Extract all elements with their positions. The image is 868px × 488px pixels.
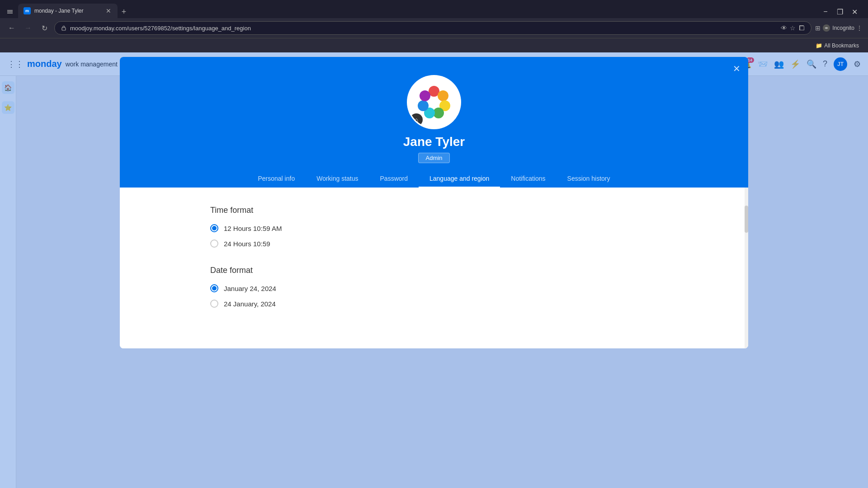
label-12h: 12 Hours 10:59 AM — [224, 225, 282, 232]
window-controls: − ❐ ✕ — [819, 5, 864, 18]
address-icons: 👁 ☆ ⧠ — [781, 24, 805, 32]
modal-tabs: Personal info Working status Password La… — [229, 170, 639, 188]
address-bar-row: ← → ↻ moodjoy.monday.com/users/52769852/… — [0, 18, 868, 38]
radio-inner-mdy — [212, 286, 217, 291]
tab-favicon: m — [24, 7, 31, 14]
folder-icon: 📁 — [816, 42, 822, 49]
back-button[interactable]: ← — [5, 22, 18, 34]
tab-working-status[interactable]: Working status — [306, 170, 369, 188]
tab-session-history[interactable]: Session history — [557, 170, 621, 188]
modal-overlay: ✕ — [0, 52, 868, 488]
time-format-24h[interactable]: 24 Hours 10:59 — [210, 239, 658, 248]
time-format-12h[interactable]: 12 Hours 10:59 AM — [210, 224, 658, 232]
radio-inner-12h — [212, 226, 217, 230]
tab-close-button[interactable]: ✕ — [105, 7, 112, 14]
home-badge: ⌂ — [410, 113, 423, 126]
bookmarks-bar: 📁 All Bookmarks — [0, 38, 868, 52]
modal-body: Time format 12 Hours 10:59 AM 24 Hours 1… — [120, 188, 748, 348]
tab-password[interactable]: Password — [369, 170, 419, 188]
refresh-button[interactable]: ↻ — [38, 22, 51, 34]
forward-button[interactable]: → — [22, 22, 34, 34]
active-tab[interactable]: m monday - Jane Tyler ✕ — [18, 4, 118, 18]
svg-point-8 — [418, 100, 429, 111]
user-name: Jane Tyler — [403, 135, 465, 149]
svg-point-4 — [438, 90, 448, 101]
svg-rect-0 — [62, 28, 66, 30]
page-content: ⋮⋮ monday work management → See plans 🔔1… — [0, 52, 868, 488]
home-icon: ⌂ — [415, 116, 418, 123]
eye-slash-icon: 👁 — [781, 24, 787, 32]
tab-notifications[interactable]: Notifications — [500, 170, 556, 188]
new-tab-button[interactable]: + — [118, 5, 130, 18]
close-window-button[interactable]: ✕ — [848, 5, 861, 18]
label-24h: 24 Hours 10:59 — [224, 240, 270, 248]
incognito-icon — [822, 24, 830, 32]
star-icon[interactable]: ☆ — [790, 24, 796, 32]
all-bookmarks[interactable]: 📁 All Bookmarks — [812, 41, 863, 51]
radio-mdy[interactable] — [210, 284, 218, 292]
radio-dmy[interactable] — [210, 300, 218, 308]
bookmarks-label: All Bookmarks — [824, 42, 859, 49]
profile-icon[interactable]: ⧠ — [798, 24, 805, 32]
modal-header: ✕ — [120, 57, 748, 188]
toolbar-icons: ⊞ Incognito ⋮ — [815, 24, 863, 32]
date-format-dmy[interactable]: 24 January, 2024 — [210, 300, 658, 308]
incognito-button[interactable]: Incognito — [822, 24, 854, 32]
time-format-title: Time format — [210, 206, 658, 215]
tab-title: monday - Jane Tyler — [34, 8, 101, 14]
radio-12h[interactable] — [210, 224, 218, 232]
address-bar[interactable]: moodjoy.monday.com/users/52769852/settin… — [54, 21, 811, 35]
browser-chrome: m monday - Jane Tyler ✕ + − ❐ ✕ ← → ↻ mo… — [0, 0, 868, 52]
incognito-label: Incognito — [832, 25, 854, 31]
extension-icon[interactable]: ⊞ — [815, 24, 821, 32]
scrollbar-thumb[interactable] — [745, 206, 748, 233]
tab-personal-info[interactable]: Personal info — [247, 170, 306, 188]
date-format-mdy[interactable]: January 24, 2024 — [210, 284, 658, 292]
radio-24h[interactable] — [210, 239, 218, 248]
modal-close-button[interactable]: ✕ — [730, 62, 743, 75]
label-mdy: January 24, 2024 — [224, 285, 276, 292]
admin-badge: Admin — [418, 153, 450, 163]
url-display: moodjoy.monday.com/users/52769852/settin… — [70, 25, 777, 32]
time-format-options: 12 Hours 10:59 AM 24 Hours 10:59 — [210, 224, 658, 248]
tab-language-and-region[interactable]: Language and region — [419, 170, 500, 188]
date-format-title: Date format — [210, 266, 658, 275]
lock-icon — [61, 25, 66, 31]
user-avatar[interactable]: ⌂ — [407, 75, 461, 129]
tab-bar: m monday - Jane Tyler ✕ + − ❐ ✕ — [0, 0, 868, 18]
label-dmy: 24 January, 2024 — [224, 300, 276, 308]
minimize-button[interactable]: − — [819, 5, 832, 18]
settings-modal: ✕ — [120, 57, 748, 348]
date-format-options: January 24, 2024 24 January, 2024 — [210, 284, 658, 308]
restore-button[interactable]: ❐ — [834, 5, 846, 18]
more-button[interactable]: ⋮ — [856, 24, 863, 32]
tab-group-button[interactable] — [4, 5, 16, 18]
scrollbar[interactable] — [745, 188, 748, 348]
svg-point-9 — [420, 90, 430, 101]
